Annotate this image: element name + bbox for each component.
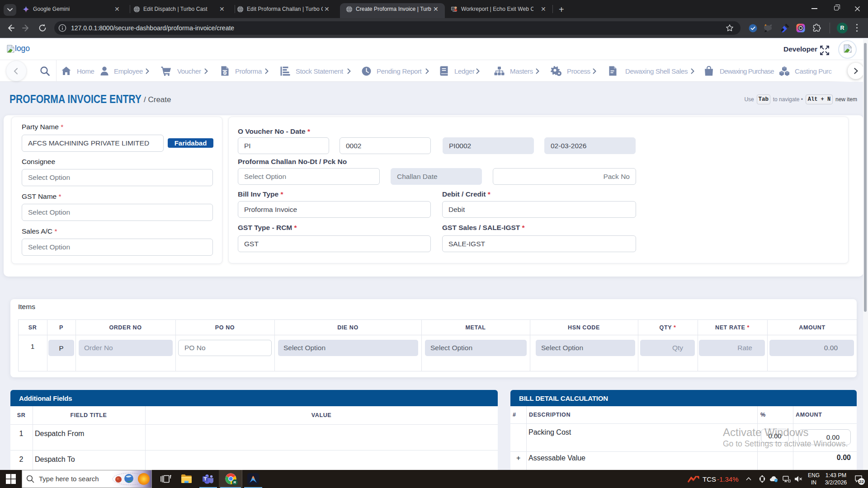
svg-text:$: $ [224,71,226,75]
